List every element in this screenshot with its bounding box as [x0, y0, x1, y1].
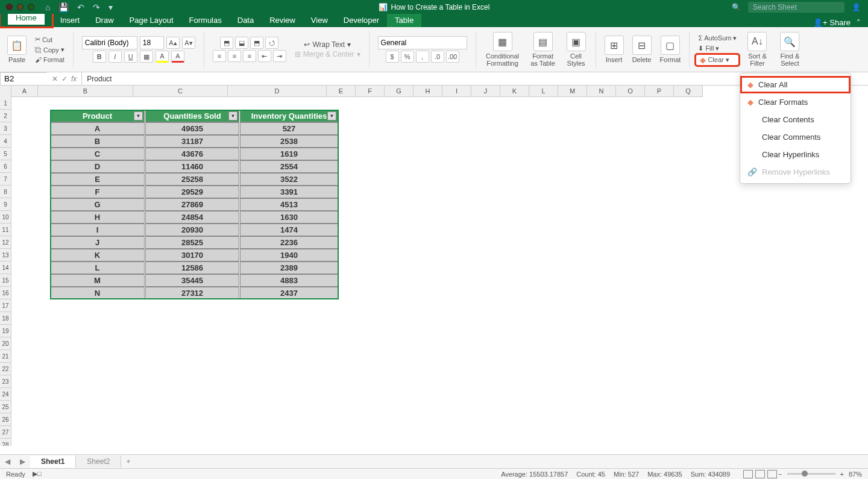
tab-developer[interactable]: Developer — [336, 13, 387, 27]
row-header[interactable]: 12 — [0, 236, 11, 249]
table-cell[interactable]: 30170 — [145, 249, 239, 261]
col-header[interactable]: D — [228, 86, 327, 97]
table-cell[interactable]: 1630 — [240, 211, 338, 224]
table-cell[interactable]: 4883 — [240, 274, 338, 287]
row-header[interactable]: 6 — [0, 160, 11, 173]
table-cell[interactable]: A — [50, 122, 145, 135]
user-icon[interactable]: 👤 — [852, 3, 861, 11]
row-header[interactable]: 21 — [0, 350, 11, 363]
tab-table[interactable]: Table — [387, 13, 421, 27]
redo-icon[interactable]: ↷ — [93, 2, 100, 12]
percent-icon[interactable]: % — [401, 51, 414, 63]
clear-comments-item[interactable]: Clear Comments — [740, 128, 851, 146]
number-format-select[interactable] — [378, 36, 467, 49]
clear-contents-item[interactable]: Clear Contents — [740, 111, 851, 128]
table-cell[interactable]: 27312 — [145, 287, 239, 299]
table-cell[interactable]: 24854 — [145, 211, 239, 224]
table-header-cell[interactable]: Inventory Quantities▼ — [240, 110, 338, 122]
table-cell[interactable]: N — [50, 287, 145, 299]
row-header[interactable]: 11 — [0, 224, 11, 236]
table-cell[interactable]: E — [50, 173, 145, 186]
table-cell[interactable]: 1940 — [240, 249, 338, 261]
table-cell[interactable]: C — [50, 148, 145, 160]
maximize-window-icon[interactable] — [28, 4, 34, 10]
add-sheet-button[interactable]: + — [121, 456, 135, 468]
table-cell[interactable]: 27869 — [145, 198, 239, 211]
cancel-formula-icon[interactable]: ✕ — [52, 75, 58, 83]
save-icon[interactable]: 💾 — [58, 2, 69, 12]
sort-filter-button[interactable]: A↓Sort & Filter — [743, 31, 772, 68]
row-header[interactable]: 1 — [0, 97, 11, 110]
table-cell[interactable]: B — [50, 135, 145, 148]
row-header[interactable]: 28 — [0, 439, 11, 446]
table-header-cell[interactable]: Quantities Sold▼ — [145, 110, 239, 122]
row-header[interactable]: 10 — [0, 211, 11, 224]
col-header[interactable]: L — [529, 86, 558, 97]
row-header[interactable]: 27 — [0, 426, 11, 439]
row-header[interactable]: 5 — [0, 148, 11, 160]
view-normal-icon[interactable] — [743, 470, 753, 478]
tab-data[interactable]: Data — [230, 13, 262, 27]
sheet-nav-next[interactable]: ▶ — [15, 456, 30, 468]
tab-formulas[interactable]: Formulas — [181, 13, 230, 27]
table-header-cell[interactable]: Product▼ — [50, 110, 145, 122]
font-size-select[interactable] — [140, 36, 164, 49]
table-cell[interactable]: 49635 — [145, 122, 239, 135]
table-cell[interactable]: 29529 — [145, 186, 239, 198]
wrap-text-button[interactable]: ↩ Wrap Text ▾ — [304, 40, 351, 49]
minimize-window-icon[interactable] — [17, 4, 24, 10]
home-icon[interactable]: ⌂ — [45, 2, 50, 12]
row-header[interactable]: 9 — [0, 198, 11, 211]
fx-icon[interactable]: fx — [71, 75, 77, 83]
align-center-icon[interactable]: ≡ — [228, 50, 241, 62]
col-header[interactable]: N — [587, 86, 616, 97]
merge-center-button[interactable]: ⊞ Merge & Center ▾ — [295, 50, 360, 58]
col-header[interactable]: K — [500, 86, 529, 97]
cell-styles-button[interactable]: ▣Cell Styles — [563, 31, 590, 68]
align-bottom-icon[interactable]: ⬒ — [250, 37, 263, 49]
align-right-icon[interactable]: ≡ — [243, 50, 256, 62]
name-box[interactable] — [0, 72, 47, 86]
align-left-icon[interactable]: ≡ — [213, 50, 226, 62]
table-cell[interactable]: 11460 — [145, 160, 239, 173]
copy-button[interactable]: ⿻ Copy ▾ — [33, 45, 67, 54]
orientation-icon[interactable]: ⭯ — [265, 37, 278, 49]
table-cell[interactable]: 1619 — [240, 148, 338, 160]
clear-all-item[interactable]: ◆Clear All — [740, 76, 851, 93]
filter-icon[interactable]: ▼ — [327, 111, 336, 121]
col-header[interactable]: Q — [674, 86, 703, 97]
table-cell[interactable]: H — [50, 211, 145, 224]
collapse-ribbon-icon[interactable]: ˄ — [857, 18, 861, 27]
window-controls[interactable] — [0, 4, 34, 10]
table-cell[interactable]: J — [50, 236, 145, 249]
view-page-layout-icon[interactable] — [755, 470, 765, 478]
row-header[interactable]: 15 — [0, 274, 11, 287]
increase-indent-icon[interactable]: ⇥ — [273, 50, 286, 62]
clear-formats-item[interactable]: ◆Clear Formats — [740, 93, 851, 111]
fill-color-button[interactable]: A — [156, 51, 169, 63]
delete-button[interactable]: ⊟Delete — [630, 34, 654, 64]
table-cell[interactable]: 20930 — [145, 224, 239, 236]
italic-button[interactable]: I — [108, 51, 122, 63]
zoom-out-button[interactable]: − — [778, 471, 782, 478]
col-header[interactable]: M — [558, 86, 587, 97]
table-cell[interactable]: 31187 — [145, 135, 239, 148]
table-cell[interactable]: 1474 — [240, 224, 338, 236]
table-cell[interactable]: 2554 — [240, 160, 338, 173]
row-header[interactable]: 25 — [0, 401, 11, 413]
paste-button[interactable]: 📋 Paste — [5, 34, 29, 64]
tab-page-layout[interactable]: Page Layout — [122, 13, 181, 27]
sheet-tab-2[interactable]: Sheet2 — [76, 456, 121, 468]
view-page-break-icon[interactable] — [767, 470, 777, 478]
conditional-formatting-button[interactable]: ▦Conditional Formatting — [482, 31, 523, 68]
col-header[interactable]: P — [645, 86, 674, 97]
col-header[interactable]: F — [356, 86, 385, 97]
col-header[interactable]: G — [385, 86, 414, 97]
cut-button[interactable]: ✂ Cut — [33, 35, 67, 44]
close-window-icon[interactable] — [6, 4, 13, 10]
table-cell[interactable]: 2389 — [240, 261, 338, 274]
font-color-button[interactable]: A — [171, 51, 184, 63]
autosum-button[interactable]: Σ AutoSum ▾ — [696, 34, 739, 43]
confirm-formula-icon[interactable]: ✓ — [61, 75, 68, 83]
sheet-tab-1[interactable]: Sheet1 — [30, 456, 76, 468]
